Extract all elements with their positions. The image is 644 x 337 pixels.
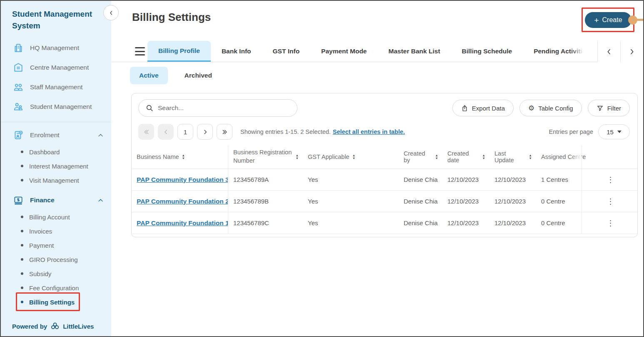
tab-billing-profile[interactable]: Billing Profile [147,41,211,62]
sidebar-section-label: Finance [30,196,55,204]
sidebar-item-billing-settings[interactable]: Billing Settings [1,295,111,309]
create-button[interactable]: + Create [585,12,632,28]
chevron-left-icon [162,128,170,136]
chevron-up-icon[interactable] [97,132,104,138]
sidebar-item-billing-account[interactable]: Billing Account [1,210,111,224]
sidebar-item-visit-management[interactable]: Visit Management [1,173,111,187]
tab-master-bank-list[interactable]: Master Bank List [378,41,451,62]
assigned-centre-cell: 0 Centre [536,212,582,234]
finance-card-icon [12,194,25,206]
tab-label: Payment Mode [321,48,367,55]
tab-payment-mode[interactable]: Payment Mode [310,41,377,62]
sort-icon[interactable] [296,154,299,160]
export-data-button[interactable]: Export Data [452,100,514,116]
chevron-up-icon[interactable] [97,197,104,204]
sidebar-collapse-button[interactable] [103,5,119,20]
gst-cell: Yes [303,212,399,234]
sidebar-item-label: Subsidy [29,270,51,277]
kebab-menu-icon[interactable] [607,197,614,206]
business-name-link[interactable]: PAP Community Foundation 2 [137,198,228,205]
tab-bank-info[interactable]: Bank Info [211,41,262,62]
subtab-archived[interactable]: Archived [175,67,221,84]
sidebar-item-label: Invoices [29,228,52,235]
sidebar-item-fee-configuration[interactable]: Fee Configuration [1,281,111,295]
sidebar-item-giro-processing[interactable]: GIRO Processing [1,252,111,267]
entries-per-page: Entries per page 15 [549,124,630,139]
sort-icon[interactable] [435,154,438,160]
search-input[interactable] [158,104,290,112]
column-header-business-registration-number: Business Registration Number [228,145,303,169]
sort-icon[interactable] [529,154,532,160]
created-date-cell: 12/10/2023 [442,212,489,234]
pagination-prev-button[interactable] [158,124,174,140]
sidebar-item-staff-management[interactable]: Staff Management [1,77,111,97]
billing-profile-table: Business Name Business Registration Numb… [132,145,637,234]
sidebar-item-dashboard[interactable]: Dashboard [1,145,111,159]
table-config-label: Table Config [538,105,573,112]
table-config-button[interactable]: ⚙ Table Config [519,100,582,116]
pagination-next-button[interactable] [197,124,213,140]
powered-by-label: Powered by [12,323,47,330]
sidebar: Student Management System HQ Management … [1,1,111,336]
sidebar-item-payment[interactable]: Payment [1,238,111,252]
sidebar-item-label: Centre Management [30,64,89,71]
tab-label: Pending Activities [534,48,584,55]
pagination-first-button[interactable] [138,124,154,140]
column-header-assigned-centre: Assigned Centre [536,145,582,169]
pagination-current-page[interactable]: 1 [177,124,193,140]
business-name-link[interactable]: PAP Community Foundation 3 [137,176,228,184]
tabs-scroll-right-button[interactable] [620,41,643,62]
tab-pending-activities[interactable]: Pending Activities [523,41,584,62]
sidebar-item-enrolment[interactable]: Enrolment [1,126,111,145]
created-by-cell: Denise Chia [399,191,442,212]
business-name-link[interactable]: PAP Community Foundation 1 [137,219,228,227]
brn-cell: 123456789A [228,169,303,191]
entries-per-page-select[interactable]: 15 [598,124,630,139]
tab-bar: Billing Profile Bank Info GST Info Payme… [111,41,643,62]
sidebar-item-centre-management[interactable]: Centre Management [1,58,111,77]
sort-icon[interactable] [352,154,355,160]
staff-group-icon [12,81,25,93]
sidebar-item-label: Fee Configuration [29,284,79,292]
table-header-row: Business Name Business Registration Numb… [132,145,637,169]
tab-billing-schedule[interactable]: Billing Schedule [451,41,523,62]
sidebar-footer: Powered by LittleLives [12,321,94,331]
page-title: Billing Settings [132,11,211,24]
column-header-business-name: Business Name [132,145,228,169]
kebab-menu-icon[interactable] [607,219,614,228]
export-data-label: Export Data [472,105,505,112]
kebab-menu-icon[interactable] [607,175,614,184]
double-chevron-left-icon [143,128,150,136]
sort-icon[interactable] [182,154,185,160]
last-update-cell: 12/10/2023 [489,169,536,191]
sidebar-item-student-management[interactable]: Student Management [1,97,111,116]
create-button-label: Create [602,16,622,24]
sidebar-item-label: Payment [29,242,54,249]
sort-icon[interactable] [482,154,485,160]
select-all-entries-link[interactable]: Select all entries in table. [333,128,405,135]
plus-icon: + [594,16,599,24]
tabs-scroll-left-button[interactable] [597,41,620,62]
sidebar-item-invoices[interactable]: Invoices [1,224,111,238]
app-window: Student Management System HQ Management … [0,0,644,337]
orange-callout-dot [628,15,637,25]
students-icon [12,101,25,113]
subtab-active[interactable]: Active [130,67,168,84]
sidebar-item-label: Student Management [30,103,92,111]
filter-button[interactable]: Filter [588,100,630,116]
hamburger-icon[interactable] [135,47,145,55]
search-box[interactable] [138,99,297,117]
sidebar-item-subsidy[interactable]: Subsidy [1,267,111,281]
toolbar-row: Export Data ⚙ Table Config Filter [138,99,630,117]
tab-gst-info[interactable]: GST Info [262,41,311,62]
sidebar-item-interest-management[interactable]: Interest Management [1,159,111,173]
column-header-created-date: Created date [442,145,489,169]
subtab-label: Active [139,72,159,79]
main-content: Billing Settings + Create Billing Profil… [111,1,643,336]
sidebar-item-hq-management[interactable]: HQ Management [1,38,111,58]
sidebar-item-finance[interactable]: Finance [1,191,111,210]
billing-profile-card: Export Data ⚙ Table Config Filter [131,93,638,237]
sidebar-item-label: Visit Management [29,177,79,184]
pagination-last-button[interactable] [217,124,232,140]
chevron-left-icon [605,48,613,55]
